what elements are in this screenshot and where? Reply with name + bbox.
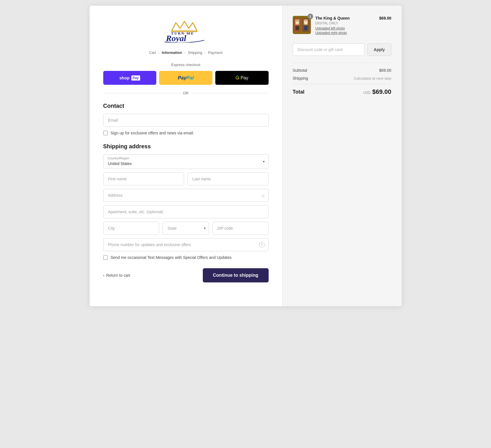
paypal-pal-text: Pal	[186, 75, 194, 81]
item-price: $69.00	[379, 16, 391, 20]
gpay-pay-text: Pay	[241, 75, 248, 81]
or-divider: OR	[103, 91, 269, 95]
breadcrumb-sep-2: ›	[184, 50, 186, 55]
name-row	[103, 172, 269, 185]
item-thumbnail	[293, 16, 311, 34]
shop-pay-shop-text: shop	[119, 75, 130, 80]
shipping-section-title: Shipping address	[103, 143, 269, 150]
svg-point-13	[305, 20, 307, 22]
breadcrumb-payment[interactable]: Payment	[208, 50, 222, 55]
gpay-button[interactable]: G Pay	[215, 71, 269, 85]
subtotal-label: Subtotal	[293, 68, 307, 73]
svg-rect-15	[304, 26, 307, 30]
apply-discount-button[interactable]: Apply	[367, 43, 391, 56]
phone-input[interactable]	[103, 238, 269, 251]
shop-pay-button[interactable]: shop Pay	[103, 71, 157, 85]
newsletter-label: Sign up for exclusive offers and news vi…	[111, 131, 194, 135]
subtotal-value: $69.00	[379, 68, 391, 73]
city-state-zip-row: State ▾	[103, 222, 269, 235]
contact-section-title: Contact	[103, 103, 269, 109]
total-amount: $69.00	[372, 88, 391, 96]
svg-point-9	[296, 20, 298, 22]
sms-checkbox[interactable]	[103, 255, 108, 260]
svg-rect-14	[296, 26, 299, 30]
last-name-input[interactable]	[187, 172, 269, 185]
or-divider-line-left	[103, 93, 180, 93]
newsletter-checkbox[interactable]	[103, 131, 108, 135]
item-details: The King & Queen DIGITAL ONLY Uploaded l…	[315, 16, 375, 35]
discount-row: Apply	[293, 43, 391, 56]
phone-info-icon: ?	[259, 242, 265, 248]
total-label: Total	[293, 89, 305, 95]
address-wrapper: ⌕	[103, 189, 269, 202]
continue-to-shipping-button[interactable]: Continue to shipping	[203, 268, 269, 282]
breadcrumb-shipping[interactable]: Shipping	[188, 50, 202, 55]
subtotal-row: Subtotal $69.00	[293, 68, 391, 73]
item-image	[293, 16, 311, 34]
country-field: Country/Region United States ▾	[103, 154, 269, 169]
logo-area: TURN ME Royal	[103, 17, 269, 43]
breadcrumb-information[interactable]: Information	[162, 50, 182, 55]
country-select[interactable]: United States	[103, 154, 269, 169]
checkout-page: TURN ME Royal Cart › Information › Shipp…	[90, 6, 402, 306]
order-summary-panel: 1 The King & Queen DIGITAL ONLY Uploaded…	[283, 6, 402, 306]
or-divider-line-right	[192, 93, 269, 93]
state-select[interactable]: State	[163, 222, 209, 235]
shipping-row: Shipping Calculated at next step	[293, 76, 391, 81]
newsletter-checkbox-row: Sign up for exclusive offers and news vi…	[103, 131, 269, 135]
paypal-button[interactable]: PayPal	[159, 71, 212, 85]
item-subtitle: DIGITAL ONLY	[315, 21, 375, 25]
first-name-input[interactable]	[103, 172, 184, 185]
checkout-left-panel: TURN ME Royal Cart › Information › Shipp…	[90, 6, 283, 306]
shipping-value: Calculated at next step	[354, 76, 391, 81]
price-summary: Subtotal $69.00 Shipping Calculated at n…	[293, 63, 391, 96]
return-chevron-icon: ‹	[103, 273, 105, 278]
order-item: 1 The King & Queen DIGITAL ONLY Uploaded…	[293, 16, 391, 35]
shipping-label: Shipping	[293, 76, 308, 81]
svg-text:Royal: Royal	[166, 33, 186, 43]
discount-code-input[interactable]	[293, 43, 364, 56]
paypal-logo: PayPal	[178, 75, 194, 81]
or-text: OR	[183, 91, 189, 95]
item-image-wrapper: 1	[293, 16, 311, 34]
address-search-icon: ⌕	[262, 193, 265, 198]
zip-input[interactable]	[212, 222, 269, 235]
total-price-wrapper: USD $69.00	[363, 88, 391, 96]
gpay-g-icon: G	[235, 75, 239, 81]
breadcrumb-sep-1: ›	[158, 50, 159, 55]
item-link-right-photo[interactable]: Uploaded right photo	[315, 31, 375, 35]
return-to-cart-label: Return to cart	[106, 273, 130, 278]
total-currency: USD	[363, 91, 370, 95]
address-input[interactable]	[103, 189, 269, 202]
state-field-wrapper: State ▾	[163, 222, 209, 235]
breadcrumb-sep-3: ›	[205, 50, 206, 55]
breadcrumb-cart[interactable]: Cart	[149, 50, 156, 55]
sms-checkbox-row: Send me occasional Text Messages with Sp…	[103, 255, 269, 260]
breadcrumb: Cart › Information › Shipping › Payment	[103, 50, 269, 55]
return-to-cart-link[interactable]: ‹ Return to cart	[103, 273, 130, 278]
item-quantity-badge: 1	[307, 14, 313, 19]
express-checkout-label: Express checkout	[103, 63, 269, 67]
phone-wrapper: ?	[103, 238, 269, 251]
brand-logo: TURN ME Royal	[155, 17, 217, 43]
paypal-pay-text: Pay	[178, 75, 186, 81]
express-checkout-buttons: shop Pay PayPal G Pay	[103, 71, 269, 85]
city-input[interactable]	[103, 222, 159, 235]
sms-label: Send me occasional Text Messages with Sp…	[111, 255, 232, 260]
apt-input[interactable]	[103, 205, 269, 218]
email-input[interactable]	[103, 114, 269, 127]
shop-pay-pay-box: Pay	[131, 75, 140, 81]
form-actions: ‹ Return to cart Continue to shipping	[103, 268, 269, 282]
item-link-left-photo[interactable]: Uploaded left photo	[315, 26, 375, 30]
item-name: The King & Queen	[315, 16, 375, 20]
total-row: Total USD $69.00	[293, 84, 391, 96]
